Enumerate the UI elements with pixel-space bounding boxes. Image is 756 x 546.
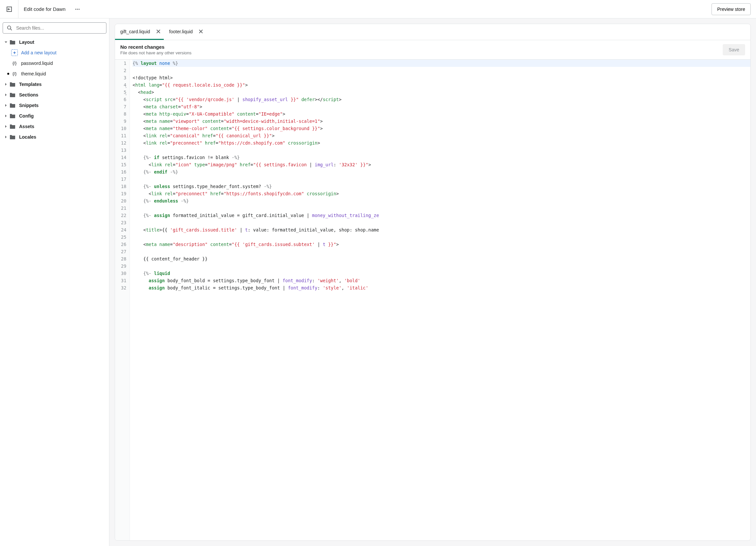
- line-number: 16: [121, 168, 126, 176]
- folder-label: Templates: [19, 82, 42, 87]
- folder-icon: [9, 123, 16, 130]
- folder-icon: [9, 81, 16, 88]
- file-password-liquid[interactable]: {/}password.liquid: [3, 58, 106, 69]
- chevron-right-icon: [4, 114, 8, 118]
- search-input[interactable]: [3, 22, 106, 34]
- line-number: 1: [121, 60, 126, 67]
- code-line[interactable]: <link rel="icon" type="image/png" href="…: [132, 161, 750, 168]
- line-number: 14: [121, 154, 126, 161]
- code-line[interactable]: <meta http-equiv="X-UA-Compatible" conte…: [132, 110, 750, 118]
- line-number: 25: [121, 234, 126, 241]
- exit-button[interactable]: [0, 0, 18, 18]
- line-number: 21: [121, 205, 126, 212]
- folder-locales[interactable]: Locales: [3, 132, 106, 142]
- header-left: Edit code for Dawn: [0, 0, 83, 18]
- tab-gift_card-liquid[interactable]: gift_card.liquid: [115, 24, 164, 40]
- code-line[interactable]: <html lang="{{ request.locale.iso_code }…: [132, 81, 750, 89]
- code-line[interactable]: <!doctype html>: [132, 74, 750, 81]
- line-number: 32: [121, 284, 126, 291]
- more-actions-button[interactable]: [72, 4, 83, 14]
- line-number: 22: [121, 212, 126, 219]
- line-number: 29: [121, 263, 126, 270]
- code-line[interactable]: <meta charset="utf-8">: [132, 103, 750, 110]
- line-number: 19: [121, 190, 126, 197]
- folder-sections[interactable]: Sections: [3, 90, 106, 100]
- code-line[interactable]: assign body_font_italic = settings.type_…: [132, 284, 750, 291]
- folder-snippets[interactable]: Snippets: [3, 100, 106, 111]
- chevron-right-icon: [4, 82, 8, 86]
- code-line[interactable]: assign body_font_bold = settings.type_bo…: [132, 277, 750, 284]
- save-button[interactable]: Save: [723, 44, 745, 55]
- folder-label: Assets: [19, 124, 34, 129]
- line-number: 3: [121, 74, 126, 81]
- line-number: 30: [121, 270, 126, 277]
- code-line[interactable]: [132, 67, 750, 74]
- code-line[interactable]: {{ content_for_header }}: [132, 255, 750, 263]
- code-line[interactable]: [132, 234, 750, 241]
- chevron-right-icon: [4, 103, 8, 107]
- close-tab-button[interactable]: [198, 29, 204, 35]
- code-line[interactable]: [132, 205, 750, 212]
- code-line[interactable]: {%- endif -%}: [132, 168, 750, 176]
- line-number: 23: [121, 219, 126, 226]
- folder-icon: [9, 39, 16, 45]
- plus-dashed-icon: +: [11, 49, 18, 56]
- folder-templates[interactable]: Templates: [3, 79, 106, 90]
- code-line[interactable]: <meta name="description" content="{{ 'gi…: [132, 241, 750, 248]
- code-line[interactable]: {%- unless settings.type_header_font.sys…: [132, 183, 750, 190]
- code-editor[interactable]: 1234⌄5⌄678910111213141516171819202122232…: [115, 60, 750, 540]
- folder-label: Locales: [19, 134, 36, 140]
- code-content[interactable]: {% layout none %} <!doctype html><html l…: [130, 60, 750, 540]
- code-line[interactable]: <meta name="viewport" content="width=dev…: [132, 118, 750, 125]
- code-line[interactable]: {% layout none %}: [132, 60, 750, 67]
- folder-icon: [9, 102, 16, 109]
- add-new-layout[interactable]: +Add a new layout: [3, 47, 106, 58]
- changes-text: No recent changes File does not have any…: [120, 44, 191, 55]
- liquid-file-icon: {/}: [11, 60, 18, 67]
- line-number: 11: [121, 132, 126, 139]
- line-number: 31: [121, 277, 126, 284]
- main: Layout+Add a new layout{/}password.liqui…: [0, 18, 756, 546]
- tab-footer-liquid[interactable]: footer.liquid: [164, 24, 207, 40]
- file-theme-liquid[interactable]: {/}theme.liquid: [3, 69, 106, 79]
- folder-config[interactable]: Config: [3, 111, 106, 121]
- line-number: 17: [121, 176, 126, 183]
- tab-label: gift_card.liquid: [120, 29, 150, 34]
- chevron-right-icon: [4, 93, 8, 97]
- line-number: 4⌄: [121, 81, 126, 89]
- changes-bar: No recent changes File does not have any…: [115, 40, 750, 60]
- code-line[interactable]: [132, 263, 750, 270]
- code-line[interactable]: {%- liquid: [132, 270, 750, 277]
- close-tab-button[interactable]: [155, 29, 161, 35]
- folder-icon: [9, 92, 16, 98]
- code-line[interactable]: <meta name="theme-color" content="{{ set…: [132, 125, 750, 132]
- file-label: password.liquid: [21, 61, 53, 66]
- code-line[interactable]: <link rel="preconnect" href="https://fon…: [132, 190, 750, 197]
- modified-dot-icon: [7, 73, 9, 75]
- code-line[interactable]: {%- assign formatted_initial_value = gif…: [132, 212, 750, 219]
- line-number: 2: [121, 67, 126, 74]
- code-line[interactable]: [132, 176, 750, 183]
- line-number: 26: [121, 241, 126, 248]
- code-line[interactable]: <head>: [132, 89, 750, 96]
- code-line[interactable]: <link rel="canonical" href="{{ canonical…: [132, 132, 750, 139]
- line-number: 13: [121, 147, 126, 154]
- code-line[interactable]: [132, 219, 750, 226]
- code-line[interactable]: [132, 147, 750, 154]
- line-number: 5⌄: [121, 89, 126, 96]
- code-line[interactable]: [132, 248, 750, 255]
- code-line[interactable]: {%- endunless -%}: [132, 197, 750, 205]
- exit-icon: [6, 6, 13, 13]
- line-number: 8: [121, 110, 126, 118]
- line-number: 15: [121, 161, 126, 168]
- line-number: 18: [121, 183, 126, 190]
- folder-icon: [9, 113, 16, 119]
- line-number: 24: [121, 226, 126, 234]
- code-line[interactable]: <link rel="preconnect" href="https://cdn…: [132, 139, 750, 147]
- code-line[interactable]: <script src="{{ 'vendor/qrcode.js' | sho…: [132, 96, 750, 103]
- folder-layout[interactable]: Layout: [3, 37, 106, 47]
- preview-store-button[interactable]: Preview store: [712, 3, 751, 15]
- code-line[interactable]: <title>{{ 'gift_cards.issued.title' | t:…: [132, 226, 750, 234]
- folder-assets[interactable]: Assets: [3, 121, 106, 132]
- code-line[interactable]: {%- if settings.favicon != blank -%}: [132, 154, 750, 161]
